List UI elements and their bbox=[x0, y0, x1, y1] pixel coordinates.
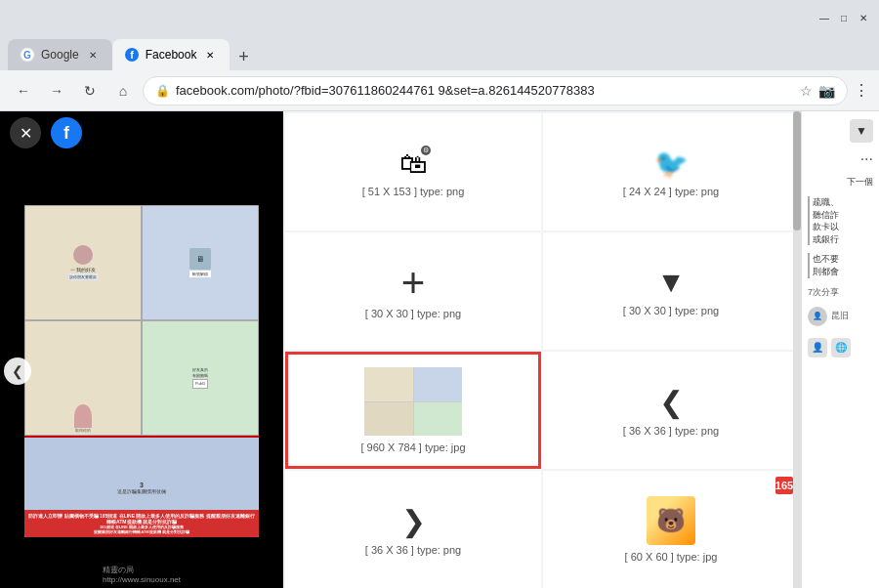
forward-button[interactable]: → bbox=[43, 77, 70, 105]
minimize-button[interactable]: — bbox=[816, 10, 832, 25]
grid-cell-3[interactable]: + [ 30 X 30 ] type: png bbox=[285, 232, 541, 350]
grid-cell-2[interactable]: 🐦 [ 24 X 24 ] type: png bbox=[543, 113, 799, 231]
tab-google[interactable]: G Google ✕ bbox=[8, 39, 112, 70]
facebook-sidebar: ▼ ··· 下一個 疏職、 聽信詐 款卡以 或銀行 也不要 則都會 7次分享 👤… bbox=[801, 111, 879, 588]
tab-facebook[interactable]: f Facebook ✕ bbox=[112, 39, 230, 70]
sidebar-avatar: 👤 bbox=[808, 307, 827, 326]
tab-google-label: Google bbox=[41, 48, 79, 62]
cell5-label: [ 960 X 784 ] type: jpg bbox=[360, 441, 465, 453]
sidebar-text-block2: 也不要 則都會 bbox=[808, 253, 873, 277]
chevron-left-icon: ❮ bbox=[659, 385, 684, 419]
tab-facebook-label: Facebook bbox=[146, 48, 197, 62]
sidebar-more-button[interactable]: ··· bbox=[860, 150, 873, 168]
chevron-right-icon: ❯ bbox=[401, 504, 426, 538]
image-grid-panel[interactable]: 🛍 ⚙ [ 51 X 153 ] type: png 🐦 [ 24 X 24 ]… bbox=[283, 111, 801, 588]
svg-text:G: G bbox=[23, 50, 31, 61]
fb-image-area: 一 我的好友 說你朋友要匯款 🖥 帳號解鎖 取得你的 bbox=[0, 154, 283, 588]
grid-cell-5[interactable]: [ 960 X 784 ] type: jpg bbox=[285, 352, 541, 469]
sidebar-collapse-button[interactable]: ▼ bbox=[850, 119, 873, 143]
fb-top-bar: ✕ f bbox=[0, 111, 283, 154]
lock-icon: 🔒 bbox=[155, 84, 170, 98]
triangle-icon: ▼ bbox=[656, 266, 686, 299]
google-favicon: G bbox=[20, 47, 35, 63]
browser-menu-button[interactable]: ⋮ bbox=[854, 81, 869, 100]
plus-icon: + bbox=[401, 263, 426, 304]
bookmark-icon[interactable]: ☆ bbox=[800, 83, 813, 99]
blurred-icon: 🐦 bbox=[654, 147, 689, 180]
new-tab-button[interactable]: + bbox=[230, 43, 257, 70]
cell3-label: [ 30 X 30 ] type: png bbox=[365, 308, 461, 319]
title-bar: — □ ✕ bbox=[0, 0, 879, 35]
grid-cell-8[interactable]: 🐻 165 [ 60 X 60 ] type: jpg bbox=[543, 471, 799, 588]
cell4-label: [ 30 X 30 ] type: png bbox=[623, 305, 719, 316]
fb-logo: f bbox=[51, 117, 82, 148]
image-grid: 🛍 ⚙ [ 51 X 153 ] type: png 🐦 [ 24 X 24 ]… bbox=[283, 111, 801, 588]
grid-cell-7[interactable]: ❯ [ 36 X 36 ] type: png bbox=[285, 471, 541, 588]
sidebar-share-count: 7次分享 bbox=[808, 286, 873, 299]
cell7-label: [ 36 X 36 ] type: png bbox=[365, 544, 461, 556]
page-content: ✕ f 一 我的好友 說你朋友要匯款 🖥 bbox=[0, 111, 879, 588]
maximize-button[interactable]: □ bbox=[836, 10, 852, 25]
sidebar-icon-2[interactable]: 🌐 bbox=[831, 338, 851, 357]
grid-cell-6[interactable]: ❮ [ 36 X 36 ] type: png bbox=[543, 352, 799, 469]
address-bar-row: ← → ↻ ⌂ 🔒 facebook.com/photo/?fbid=30761… bbox=[0, 70, 879, 111]
comic-thumbnail bbox=[364, 367, 462, 436]
reload-button[interactable]: ↻ bbox=[76, 77, 104, 105]
fb-close-button[interactable]: ✕ bbox=[10, 117, 41, 148]
svg-text:f: f bbox=[130, 49, 134, 61]
watermark: 精靈の局http://www.sinuoux.net bbox=[103, 565, 181, 584]
sidebar-icon-1[interactable]: 👤 bbox=[808, 338, 827, 357]
prev-image-button[interactable]: ❮ bbox=[4, 357, 31, 385]
sidebar-action-icons: 👤 🌐 bbox=[808, 338, 873, 357]
scrollbar-thumb[interactable] bbox=[793, 111, 801, 231]
sidebar-share-row: 👤 昆旧 bbox=[808, 307, 873, 326]
cell6-label: [ 36 X 36 ] type: png bbox=[623, 425, 719, 437]
tab-facebook-close[interactable]: ✕ bbox=[202, 47, 218, 63]
tab-google-close[interactable]: ✕ bbox=[85, 47, 101, 63]
window-controls: — □ ✕ bbox=[816, 10, 871, 25]
address-bar[interactable]: 🔒 facebook.com/photo/?fbid=3076118602447… bbox=[143, 76, 848, 105]
grid-cell-4[interactable]: ▼ [ 30 X 30 ] type: png bbox=[543, 232, 799, 350]
sidebar-share-name: 昆旧 bbox=[831, 310, 849, 322]
number-badge: 165 bbox=[775, 477, 793, 494]
back-button[interactable]: ← bbox=[10, 77, 37, 105]
comic-banner: 防詐達人立即辦 貼圖橫物不受騙 165頻道 在LINE 開啟上最多人使用的反詐騙… bbox=[24, 510, 259, 537]
cell1-label: [ 51 X 153 ] type: png bbox=[362, 186, 465, 197]
camera-icon[interactable]: 📷 bbox=[818, 83, 835, 99]
comic-image: 一 我的好友 說你朋友要匯款 🖥 帳號解鎖 取得你的 bbox=[24, 205, 259, 537]
mascot-icon: 🐻 bbox=[647, 496, 695, 545]
bag-icon: 🛍 ⚙ bbox=[399, 147, 427, 180]
address-text: facebook.com/photo/?fbid=307611860244761… bbox=[176, 83, 794, 98]
grid-cell-1[interactable]: 🛍 ⚙ [ 51 X 153 ] type: png bbox=[285, 113, 541, 231]
sidebar-text-block: 疏職、 聽信詐 款卡以 或銀行 bbox=[808, 196, 873, 245]
home-button[interactable]: ⌂ bbox=[109, 77, 137, 105]
sidebar-next-label: 下一個 bbox=[808, 176, 873, 189]
facebook-favicon: f bbox=[124, 47, 140, 63]
scrollbar[interactable] bbox=[793, 111, 801, 588]
cell8-label: [ 60 X 60 ] type: jpg bbox=[625, 551, 718, 563]
cell2-label: [ 24 X 24 ] type: png bbox=[623, 186, 719, 197]
facebook-image-viewer: ✕ f 一 我的好友 說你朋友要匯款 🖥 bbox=[0, 111, 283, 588]
tabs-bar: G Google ✕ f Facebook ✕ + bbox=[0, 35, 879, 70]
close-button[interactable]: ✕ bbox=[856, 10, 871, 25]
